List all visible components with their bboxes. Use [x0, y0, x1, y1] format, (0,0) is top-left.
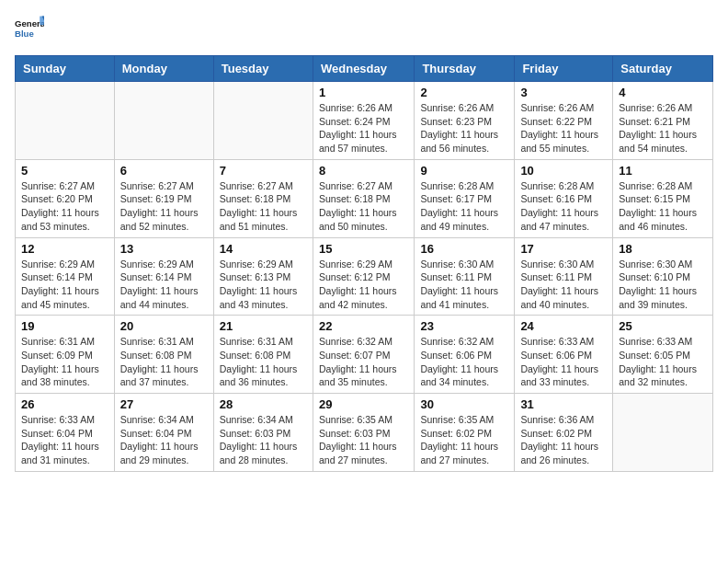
day-number: 20	[120, 319, 208, 333]
day-info: Sunrise: 6:27 AM Sunset: 6:19 PM Dayligh…	[120, 179, 208, 234]
day-info: Sunrise: 6:27 AM Sunset: 6:18 PM Dayligh…	[319, 179, 408, 234]
day-number: 18	[619, 242, 707, 256]
day-info: Sunrise: 6:35 AM Sunset: 6:03 PM Dayligh…	[319, 413, 408, 467]
calendar-table: SundayMondayTuesdayWednesdayThursdayFrid…	[15, 55, 713, 472]
calendar-cell: 1Sunrise: 6:26 AM Sunset: 6:24 PM Daylig…	[313, 82, 414, 160]
calendar-cell: 17Sunrise: 6:30 AM Sunset: 6:11 PM Dayli…	[515, 237, 613, 316]
day-number: 9	[420, 164, 508, 178]
calendar-cell: 18Sunrise: 6:30 AM Sunset: 6:10 PM Dayli…	[613, 237, 713, 316]
weekday-header-saturday: Saturday	[613, 56, 713, 82]
day-info: Sunrise: 6:28 AM Sunset: 6:17 PM Dayligh…	[420, 179, 508, 234]
day-number: 12	[21, 242, 108, 256]
day-info: Sunrise: 6:29 AM Sunset: 6:14 PM Dayligh…	[21, 258, 108, 312]
calendar-cell	[613, 394, 713, 472]
day-info: Sunrise: 6:28 AM Sunset: 6:16 PM Dayligh…	[520, 179, 607, 234]
calendar-cell: 12Sunrise: 6:29 AM Sunset: 6:14 PM Dayli…	[16, 237, 115, 316]
day-info: Sunrise: 6:30 AM Sunset: 6:10 PM Dayligh…	[619, 258, 707, 312]
day-number: 28	[220, 397, 307, 411]
day-number: 23	[420, 319, 508, 333]
day-number: 7	[220, 164, 307, 178]
day-info: Sunrise: 6:35 AM Sunset: 6:02 PM Dayligh…	[420, 413, 508, 467]
day-info: Sunrise: 6:31 AM Sunset: 6:08 PM Dayligh…	[220, 335, 307, 389]
day-number: 16	[420, 242, 508, 256]
day-info: Sunrise: 6:28 AM Sunset: 6:15 PM Dayligh…	[619, 179, 707, 234]
day-info: Sunrise: 6:31 AM Sunset: 6:08 PM Dayligh…	[120, 335, 208, 389]
day-number: 8	[319, 164, 408, 178]
day-info: Sunrise: 6:32 AM Sunset: 6:07 PM Dayligh…	[319, 335, 408, 389]
calendar-cell: 5Sunrise: 6:27 AM Sunset: 6:20 PM Daylig…	[16, 159, 115, 237]
day-info: Sunrise: 6:33 AM Sunset: 6:05 PM Dayligh…	[619, 335, 707, 389]
calendar-cell: 13Sunrise: 6:29 AM Sunset: 6:14 PM Dayli…	[114, 237, 213, 316]
day-number: 11	[619, 164, 707, 178]
day-info: Sunrise: 6:29 AM Sunset: 6:14 PM Dayligh…	[120, 258, 208, 312]
day-number: 3	[520, 86, 607, 99]
calendar-cell: 21Sunrise: 6:31 AM Sunset: 6:08 PM Dayli…	[213, 316, 313, 394]
calendar-cell: 15Sunrise: 6:29 AM Sunset: 6:12 PM Dayli…	[313, 237, 414, 316]
calendar-cell	[114, 82, 213, 160]
day-info: Sunrise: 6:26 AM Sunset: 6:22 PM Dayligh…	[520, 101, 607, 155]
calendar-cell	[213, 82, 313, 160]
day-number: 19	[21, 319, 108, 333]
day-info: Sunrise: 6:29 AM Sunset: 6:12 PM Dayligh…	[319, 258, 408, 312]
calendar-cell: 3Sunrise: 6:26 AM Sunset: 6:22 PM Daylig…	[515, 82, 613, 160]
calendar-cell: 23Sunrise: 6:32 AM Sunset: 6:06 PM Dayli…	[415, 316, 515, 394]
day-info: Sunrise: 6:26 AM Sunset: 6:24 PM Dayligh…	[319, 101, 408, 155]
calendar-week-3: 12Sunrise: 6:29 AM Sunset: 6:14 PM Dayli…	[16, 237, 713, 316]
day-number: 17	[520, 242, 607, 256]
day-info: Sunrise: 6:26 AM Sunset: 6:21 PM Dayligh…	[619, 101, 707, 155]
page-header: General Blue	[15, 15, 713, 44]
day-number: 31	[520, 397, 607, 411]
calendar-week-5: 26Sunrise: 6:33 AM Sunset: 6:04 PM Dayli…	[16, 394, 713, 472]
day-number: 2	[420, 86, 508, 99]
day-number: 4	[619, 86, 707, 99]
calendar-cell: 8Sunrise: 6:27 AM Sunset: 6:18 PM Daylig…	[313, 159, 414, 237]
weekday-header-sunday: Sunday	[16, 56, 115, 82]
day-info: Sunrise: 6:30 AM Sunset: 6:11 PM Dayligh…	[420, 258, 508, 312]
day-number: 30	[420, 397, 508, 411]
calendar-cell: 25Sunrise: 6:33 AM Sunset: 6:05 PM Dayli…	[613, 316, 713, 394]
calendar-cell: 24Sunrise: 6:33 AM Sunset: 6:06 PM Dayli…	[515, 316, 613, 394]
calendar-cell: 26Sunrise: 6:33 AM Sunset: 6:04 PM Dayli…	[16, 394, 115, 472]
calendar-cell: 4Sunrise: 6:26 AM Sunset: 6:21 PM Daylig…	[613, 82, 713, 160]
calendar-cell: 10Sunrise: 6:28 AM Sunset: 6:16 PM Dayli…	[515, 159, 613, 237]
day-info: Sunrise: 6:29 AM Sunset: 6:13 PM Dayligh…	[220, 258, 307, 312]
day-number: 6	[120, 164, 208, 178]
calendar-cell: 19Sunrise: 6:31 AM Sunset: 6:09 PM Dayli…	[16, 316, 115, 394]
calendar-week-1: 1Sunrise: 6:26 AM Sunset: 6:24 PM Daylig…	[16, 82, 713, 160]
day-info: Sunrise: 6:32 AM Sunset: 6:06 PM Dayligh…	[420, 335, 508, 389]
day-number: 27	[120, 397, 208, 411]
day-number: 21	[220, 319, 307, 333]
day-info: Sunrise: 6:26 AM Sunset: 6:23 PM Dayligh…	[420, 101, 508, 155]
day-number: 5	[21, 164, 108, 178]
day-number: 15	[319, 242, 408, 256]
day-info: Sunrise: 6:27 AM Sunset: 6:20 PM Dayligh…	[21, 179, 108, 234]
logo: General Blue	[15, 15, 44, 44]
day-number: 10	[520, 164, 607, 178]
day-info: Sunrise: 6:34 AM Sunset: 6:04 PM Dayligh…	[120, 413, 208, 467]
calendar-cell: 29Sunrise: 6:35 AM Sunset: 6:03 PM Dayli…	[313, 394, 414, 472]
weekday-header-wednesday: Wednesday	[313, 56, 414, 82]
day-number: 13	[120, 242, 208, 256]
day-info: Sunrise: 6:36 AM Sunset: 6:02 PM Dayligh…	[520, 413, 607, 467]
calendar-cell: 7Sunrise: 6:27 AM Sunset: 6:18 PM Daylig…	[213, 159, 313, 237]
calendar-cell: 16Sunrise: 6:30 AM Sunset: 6:11 PM Dayli…	[415, 237, 515, 316]
day-number: 29	[319, 397, 408, 411]
calendar-cell: 22Sunrise: 6:32 AM Sunset: 6:07 PM Dayli…	[313, 316, 414, 394]
day-number: 22	[319, 319, 408, 333]
day-number: 14	[220, 242, 307, 256]
day-number: 24	[520, 319, 607, 333]
calendar-cell: 20Sunrise: 6:31 AM Sunset: 6:08 PM Dayli…	[114, 316, 213, 394]
weekday-header-thursday: Thursday	[415, 56, 515, 82]
weekday-header-tuesday: Tuesday	[213, 56, 313, 82]
day-info: Sunrise: 6:30 AM Sunset: 6:11 PM Dayligh…	[520, 258, 607, 312]
calendar-cell: 9Sunrise: 6:28 AM Sunset: 6:17 PM Daylig…	[415, 159, 515, 237]
calendar-cell: 6Sunrise: 6:27 AM Sunset: 6:19 PM Daylig…	[114, 159, 213, 237]
weekday-header-row: SundayMondayTuesdayWednesdayThursdayFrid…	[16, 56, 713, 82]
day-info: Sunrise: 6:33 AM Sunset: 6:06 PM Dayligh…	[520, 335, 607, 389]
weekday-header-friday: Friday	[515, 56, 613, 82]
day-number: 26	[21, 397, 108, 411]
svg-text:Blue: Blue	[15, 29, 34, 39]
day-info: Sunrise: 6:31 AM Sunset: 6:09 PM Dayligh…	[21, 335, 108, 389]
weekday-header-monday: Monday	[114, 56, 213, 82]
calendar-cell: 30Sunrise: 6:35 AM Sunset: 6:02 PM Dayli…	[415, 394, 515, 472]
